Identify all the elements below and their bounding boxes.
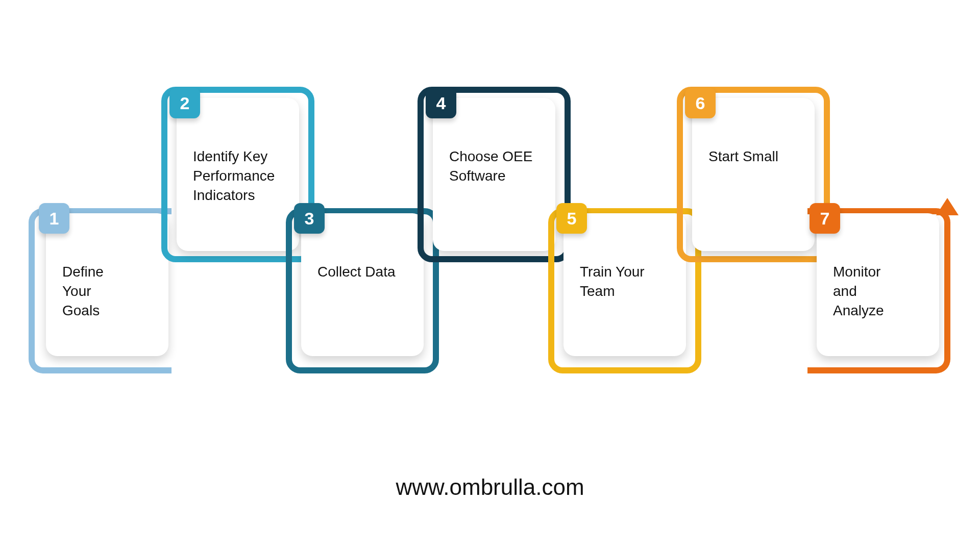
step-card-5: 5 Train Your Team xyxy=(564,213,686,356)
step-card-7: 7 Monitor and Analyze xyxy=(817,213,939,356)
step-title-2: Identify Key Performance Indicators xyxy=(193,147,283,205)
step-badge-4: 4 xyxy=(426,88,456,118)
diagram-stage: 1 Define Your Goals 2 Identify Key Perfo… xyxy=(0,0,980,551)
arrow-up-icon xyxy=(936,198,959,215)
step-card-2: 2 Identify Key Performance Indicators xyxy=(177,98,299,251)
footer-url: www.ombrulla.com xyxy=(0,474,980,500)
step-card-6: 6 Start Small xyxy=(692,98,815,251)
step-badge-2: 2 xyxy=(169,88,200,118)
step-title-6: Start Small xyxy=(708,147,798,166)
step-num-5: 5 xyxy=(567,209,577,229)
step-title-1: Define Your Goals xyxy=(62,262,152,320)
step-card-3: 3 Collect Data xyxy=(301,213,424,356)
step-title-3: Collect Data xyxy=(317,262,407,282)
step-badge-6: 6 xyxy=(685,88,716,118)
step-num-6: 6 xyxy=(696,93,705,113)
step-num-7: 7 xyxy=(820,209,830,229)
step-card-4: 4 Choose OEE Software xyxy=(433,98,555,251)
step-title-5: Train Your Team xyxy=(580,262,670,301)
step-num-3: 3 xyxy=(305,209,314,229)
step-num-2: 2 xyxy=(180,93,190,113)
step-title-7: Monitor and Analyze xyxy=(833,262,923,320)
step-title-4: Choose OEE Software xyxy=(449,147,539,186)
step-badge-5: 5 xyxy=(556,203,587,234)
step-badge-1: 1 xyxy=(39,203,69,234)
step-num-1: 1 xyxy=(50,209,59,229)
step-num-4: 4 xyxy=(436,93,446,113)
step-badge-3: 3 xyxy=(294,203,325,234)
step-card-1: 1 Define Your Goals xyxy=(46,213,168,356)
step-badge-7: 7 xyxy=(810,203,840,234)
